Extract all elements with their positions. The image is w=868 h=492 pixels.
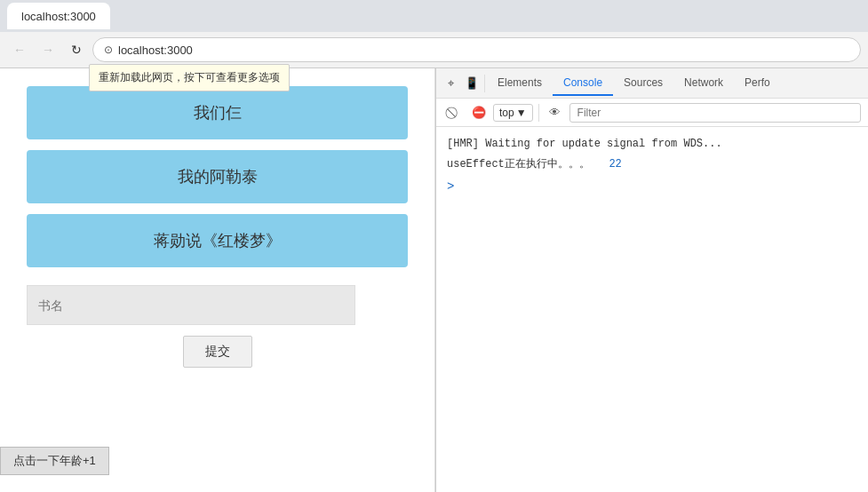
forward-button[interactable]: → <box>36 37 60 62</box>
console-output: [HMR] Waiting for update signal from WDS… <box>436 127 868 492</box>
toolbar-separator <box>538 104 539 122</box>
book1-button[interactable]: 我们仨 <box>27 86 408 139</box>
book3-button[interactable]: 蒋勋说《红楼梦》 <box>27 214 408 267</box>
tab-bar: localhost:3000 <box>0 0 868 32</box>
console-prompt-icon: > <box>447 179 454 194</box>
lock-icon: ⊙ <box>104 44 113 56</box>
back-button[interactable]: ← <box>7 37 32 62</box>
browser-chrome: localhost:3000 ← → ↻ ⊙ localhost:3000 重新… <box>0 0 868 68</box>
console-line-1: [HMR] Waiting for update signal from WDS… <box>447 134 857 155</box>
clear-console-button[interactable]: ⃠ <box>443 102 465 123</box>
nav-bar: ← → ↻ ⊙ localhost:3000 重新加载此网页，按下可查看更多选项 <box>0 32 868 67</box>
context-label: top <box>499 107 514 119</box>
tab-separator <box>484 75 485 92</box>
cursor-icon: ⌖ <box>448 76 454 91</box>
tab-performance[interactable]: Perfo <box>734 71 781 96</box>
inspect-element-button[interactable]: ⌖ <box>440 73 461 94</box>
eye-button[interactable]: 👁 <box>545 102 566 123</box>
book-name-input[interactable] <box>27 285 355 325</box>
address-bar[interactable]: ⊙ localhost:3000 <box>92 37 861 62</box>
book2-button[interactable]: 我的阿勒泰 <box>27 150 408 203</box>
webpage: 我们仨 我的阿勒泰 蒋勋说《红楼梦》 提交 点击一下年龄+1 <box>0 68 435 492</box>
no-entry-icon: ⛔ <box>472 106 486 119</box>
console-prompt-line[interactable]: > <box>447 175 857 198</box>
console-toolbar: ⃠ ⛔ top ▼ 👁 <box>436 99 868 127</box>
forward-icon: → <box>42 43 54 57</box>
tab-console[interactable]: Console <box>553 71 613 96</box>
tab-network[interactable]: Network <box>673 71 734 96</box>
device-toggle-button[interactable]: 📱 <box>461 73 482 94</box>
console-filter-input[interactable] <box>569 103 861 123</box>
submit-button[interactable]: 提交 <box>183 336 252 368</box>
dropdown-arrow-icon: ▼ <box>516 107 527 119</box>
main-area: 我们仨 我的阿勒泰 蒋勋说《红楼梦》 提交 点击一下年龄+1 ⌖ 📱 Eleme… <box>0 68 868 492</box>
reload-button[interactable]: ↻ <box>64 37 89 62</box>
console-line-2: useEffect正在执行中。。。 22 <box>447 155 857 175</box>
console-number: 22 <box>609 158 621 171</box>
reload-tooltip: 重新加载此网页，按下可查看更多选项 <box>89 64 290 91</box>
tab-sources[interactable]: Sources <box>613 71 673 96</box>
no-entry-button[interactable]: ⛔ <box>468 102 490 123</box>
devtools-tab-bar: ⌖ 📱 Elements Console Sources Network Per… <box>436 68 868 99</box>
devtools-panel: ⌖ 📱 Elements Console Sources Network Per… <box>435 68 868 492</box>
age-increment-button[interactable]: 点击一下年龄+1 <box>0 447 109 475</box>
back-icon: ← <box>13 43 26 57</box>
mobile-icon: 📱 <box>465 76 479 90</box>
context-selector[interactable]: top ▼ <box>493 104 533 122</box>
browser-tab[interactable]: localhost:3000 <box>7 3 110 29</box>
eye-icon: 👁 <box>549 106 561 119</box>
input-section: 提交 <box>27 285 408 368</box>
tab-label: localhost:3000 <box>21 10 96 23</box>
url-text: localhost:3000 <box>118 44 193 57</box>
reload-icon: ↻ <box>71 43 82 57</box>
tab-elements[interactable]: Elements <box>487 71 553 96</box>
